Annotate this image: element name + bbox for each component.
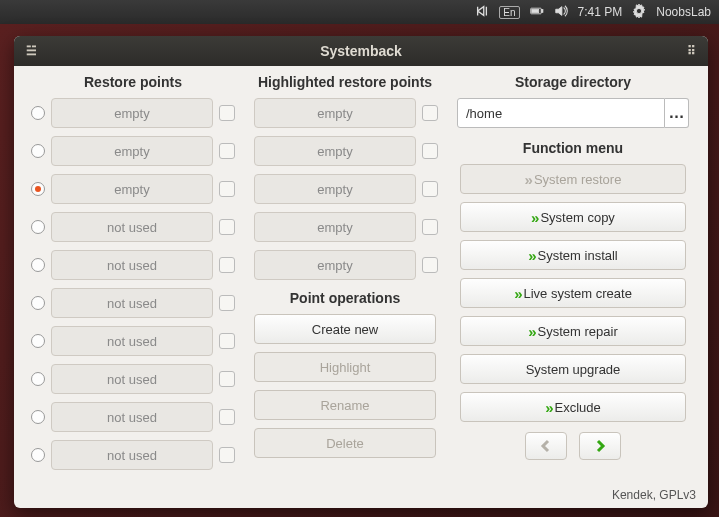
highlighted-point-row: empty xyxy=(254,212,438,242)
restore-point-row: not used xyxy=(31,212,235,242)
restore-point-slot[interactable]: not used xyxy=(51,364,213,394)
create-new-button[interactable]: Create new xyxy=(254,314,436,344)
restore-point-checkbox[interactable] xyxy=(219,371,235,387)
restore-point-checkbox[interactable] xyxy=(219,105,235,121)
rename-button[interactable]: Rename xyxy=(254,390,436,420)
system-upgrade-button[interactable]: System upgrade xyxy=(460,354,686,384)
restore-point-radio[interactable] xyxy=(31,410,45,424)
svg-rect-1 xyxy=(541,9,542,12)
highlighted-point-checkbox[interactable] xyxy=(422,181,438,197)
point-operations-header: Point operations xyxy=(290,290,400,306)
restore-point-checkbox[interactable] xyxy=(219,295,235,311)
restore-point-checkbox[interactable] xyxy=(219,257,235,273)
restore-point-slot[interactable]: not used xyxy=(51,250,213,280)
highlighted-point-row: empty xyxy=(254,136,438,166)
restore-point-row: not used xyxy=(31,402,235,432)
highlighted-point-slot[interactable]: empty xyxy=(254,98,416,128)
restore-point-radio[interactable] xyxy=(31,106,45,120)
highlighted-point-slot[interactable]: empty xyxy=(254,136,416,166)
restore-point-radio[interactable] xyxy=(31,182,45,196)
system-restore-button[interactable]: »System restore xyxy=(460,164,686,194)
user-name[interactable]: NoobsLab xyxy=(656,5,711,19)
highlighted-point-checkbox[interactable] xyxy=(422,143,438,159)
restore-point-radio[interactable] xyxy=(31,334,45,348)
restore-point-row: not used xyxy=(31,440,235,470)
highlighted-point-slot[interactable]: empty xyxy=(254,174,416,204)
window-title: Systemback xyxy=(320,43,402,59)
function-menu-header: Function menu xyxy=(523,140,623,156)
highlighted-point-checkbox[interactable] xyxy=(422,257,438,273)
highlighted-point-checkbox[interactable] xyxy=(422,105,438,121)
titlebar: ☱ Systemback ⠿ xyxy=(14,36,708,66)
storage-path-input[interactable]: /home xyxy=(457,98,665,128)
restore-point-radio[interactable] xyxy=(31,448,45,462)
restore-point-slot[interactable]: empty xyxy=(51,98,213,128)
restore-point-checkbox[interactable] xyxy=(219,333,235,349)
footer-credits: Kendek, GPLv3 xyxy=(14,488,708,508)
storage-directory-header: Storage directory xyxy=(515,74,631,90)
restore-points-header: Restore points xyxy=(84,74,182,90)
highlighted-point-slot[interactable]: empty xyxy=(254,212,416,242)
restore-point-slot[interactable]: not used xyxy=(51,440,213,470)
restore-point-row: empty xyxy=(31,136,235,166)
restore-point-row: not used xyxy=(31,364,235,394)
exclude-button[interactable]: »Exclude xyxy=(460,392,686,422)
nav-back-button[interactable] xyxy=(525,432,567,460)
window-menu-icon[interactable]: ☱ xyxy=(22,42,40,60)
restore-point-row: not used xyxy=(31,250,235,280)
highlighted-point-row: empty xyxy=(254,250,438,280)
system-topbar: En 7:41 PM NoobsLab xyxy=(0,0,719,24)
highlighted-point-row: empty xyxy=(254,98,438,128)
restore-point-slot[interactable]: not used xyxy=(51,212,213,242)
systemback-window: ☱ Systemback ⠿ Restore points emptyempty… xyxy=(14,36,708,508)
restore-point-slot[interactable]: empty xyxy=(51,174,213,204)
network-icon[interactable] xyxy=(475,4,489,21)
system-copy-button[interactable]: »System copy xyxy=(460,202,686,232)
restore-point-row: not used xyxy=(31,288,235,318)
restore-point-checkbox[interactable] xyxy=(219,219,235,235)
restore-point-radio[interactable] xyxy=(31,296,45,310)
restore-point-row: empty xyxy=(31,174,235,204)
delete-button[interactable]: Delete xyxy=(254,428,436,458)
restore-point-radio[interactable] xyxy=(31,372,45,386)
window-grip-icon[interactable]: ⠿ xyxy=(682,42,700,60)
svg-rect-2 xyxy=(531,9,538,13)
restore-point-row: not used xyxy=(31,326,235,356)
highlight-button[interactable]: Highlight xyxy=(254,352,436,382)
gear-icon[interactable] xyxy=(632,4,646,21)
storage-browse-button[interactable]: … xyxy=(665,98,689,128)
highlighted-point-checkbox[interactable] xyxy=(422,219,438,235)
restore-point-checkbox[interactable] xyxy=(219,143,235,159)
restore-point-slot[interactable]: empty xyxy=(51,136,213,166)
restore-point-checkbox[interactable] xyxy=(219,409,235,425)
restore-point-checkbox[interactable] xyxy=(219,447,235,463)
restore-point-radio[interactable] xyxy=(31,258,45,272)
highlighted-points-header: Highlighted restore points xyxy=(258,74,432,90)
restore-point-radio[interactable] xyxy=(31,144,45,158)
highlighted-point-row: empty xyxy=(254,174,438,204)
restore-point-slot[interactable]: not used xyxy=(51,402,213,432)
system-install-button[interactable]: »System install xyxy=(460,240,686,270)
nav-forward-button[interactable] xyxy=(579,432,621,460)
keyboard-lang[interactable]: En xyxy=(499,6,519,19)
restore-point-row: empty xyxy=(31,98,235,128)
restore-point-slot[interactable]: not used xyxy=(51,288,213,318)
restore-point-radio[interactable] xyxy=(31,220,45,234)
battery-icon[interactable] xyxy=(530,4,544,21)
highlighted-point-slot[interactable]: empty xyxy=(254,250,416,280)
volume-icon[interactable] xyxy=(554,4,568,21)
restore-point-slot[interactable]: not used xyxy=(51,326,213,356)
live-system-create-button[interactable]: »Live system create xyxy=(460,278,686,308)
system-repair-button[interactable]: »System repair xyxy=(460,316,686,346)
clock[interactable]: 7:41 PM xyxy=(578,5,623,19)
restore-point-checkbox[interactable] xyxy=(219,181,235,197)
